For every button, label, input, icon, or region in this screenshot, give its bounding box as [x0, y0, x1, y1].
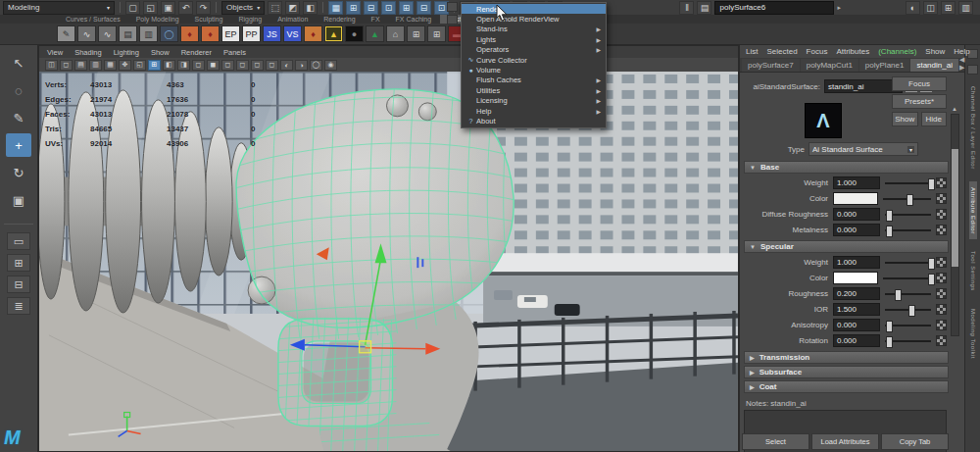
value-slider[interactable]: [885, 325, 931, 326]
section-header[interactable]: ▼ Specular: [744, 240, 949, 253]
ae-menu[interactable]: Help: [954, 47, 969, 56]
slider-handle[interactable]: [908, 305, 915, 317]
value-field[interactable]: 1.500: [833, 303, 880, 316]
open-scene-icon[interactable]: ◱: [143, 1, 158, 15]
vp-xray-icon[interactable]: ◻: [251, 60, 264, 71]
shelf-fire-1-icon[interactable]: ♦: [180, 25, 199, 42]
ae-menu[interactable]: Attributes: [836, 47, 869, 56]
vp-2d-pan-icon[interactable]: ✥: [119, 60, 131, 71]
viewport-menu[interactable]: Shading: [74, 48, 102, 57]
ae-footer-button[interactable]: Select: [742, 433, 809, 450]
arnold-menu-item[interactable]: ? About ▶: [462, 116, 606, 126]
field-next-icon[interactable]: ▸: [837, 4, 841, 12]
slider-handle[interactable]: [886, 336, 893, 348]
symmetry-icon[interactable]: ▦: [328, 1, 343, 15]
focus-button[interactable]: Focus: [892, 76, 947, 91]
shelf-box-icon[interactable]: ▥: [139, 25, 158, 42]
vp-ao-icon[interactable]: ◻: [221, 60, 234, 71]
value-field[interactable]: 0.000: [833, 334, 880, 347]
vp-image-plane-icon[interactable]: ▦: [104, 60, 117, 71]
map-texture-button[interactable]: [936, 209, 947, 220]
vp-wire-icon[interactable]: ⊞: [148, 60, 161, 71]
scroll-up-icon[interactable]: ▲: [952, 106, 957, 112]
select-object-icon[interactable]: ◩: [285, 1, 300, 15]
history-icon[interactable]: ▤: [697, 1, 711, 15]
value-field[interactable]: 1.000: [833, 256, 880, 269]
shelf-tab[interactable]: Animation: [270, 15, 315, 24]
arnold-menu-item[interactable]: Utilities ▶: [462, 85, 606, 95]
shelf-window-1-icon[interactable]: ⊞: [407, 25, 425, 42]
section-header[interactable]: ▶ Subsurface: [744, 366, 949, 378]
vp-textured-icon[interactable]: ◨: [177, 60, 190, 71]
layout-icon[interactable]: ▥: [958, 1, 973, 15]
pause-icon[interactable]: ‖: [679, 1, 694, 15]
snap-point-icon[interactable]: ⊞: [399, 1, 414, 15]
workspace-icon[interactable]: ⊞: [941, 1, 956, 15]
vp-shadows-icon[interactable]: ◼: [207, 60, 220, 71]
sidebar-toggle-2-icon[interactable]: [967, 65, 978, 75]
arnold-menu-item[interactable]: Licensing ▶: [462, 96, 606, 106]
presets-button[interactable]: Presets*: [892, 94, 947, 109]
vp-joints-icon[interactable]: ◻: [266, 60, 278, 71]
tab-scroll-arrows[interactable]: ◀ ▶: [959, 56, 967, 72]
value-slider[interactable]: [883, 277, 931, 279]
value-slider[interactable]: [885, 229, 931, 231]
value-field[interactable]: 0.000: [833, 319, 880, 331]
map-texture-button[interactable]: [936, 177, 947, 188]
shelf-tab[interactable]: Sculpting: [188, 15, 230, 24]
ae-tab[interactable]: polyMapCut1: [801, 59, 858, 72]
shelf-blue-2-icon[interactable]: VS: [283, 25, 302, 42]
shelf-smear-icon[interactable]: ♦: [304, 25, 322, 42]
shelf-ring-icon[interactable]: ◯: [160, 25, 178, 42]
value-field[interactable]: 0.000: [833, 208, 880, 221]
sidebar-vertical-tab[interactable]: Tool Settings: [969, 245, 977, 297]
slider-handle[interactable]: [886, 226, 893, 237]
shelf-label-2-icon[interactable]: PP: [242, 25, 261, 42]
center-handle[interactable]: [360, 341, 371, 353]
map-texture-button[interactable]: [936, 320, 947, 330]
arnold-menu-item[interactable]: Open Arnold RenderView ▶: [462, 14, 606, 24]
vp-bookmark-icon[interactable]: ▥: [89, 60, 102, 71]
scroll-thumb[interactable]: [952, 149, 958, 267]
select-hierarchy-icon[interactable]: ⬚: [268, 1, 282, 15]
redo-icon[interactable]: ↷: [196, 1, 211, 15]
ae-menu[interactable]: Selected: [766, 47, 797, 56]
slider-handle[interactable]: [928, 274, 935, 285]
arnold-menu-item[interactable]: Stand-ins ▶: [462, 25, 606, 34]
section-header[interactable]: ▶ Transmission: [744, 351, 949, 364]
section-header[interactable]: ▶ Coat: [744, 380, 949, 393]
ae-footer-button[interactable]: Copy Tab: [881, 433, 949, 450]
vp-shaded-icon[interactable]: ◧: [163, 60, 175, 71]
snap-curve-icon[interactable]: ⊡: [381, 1, 396, 15]
vp-lights-icon[interactable]: ◻: [192, 60, 205, 71]
slider-handle[interactable]: [906, 194, 913, 206]
lasso-select-tool[interactable]: ◌: [6, 78, 31, 102]
snap-grid-icon[interactable]: ⊟: [364, 1, 378, 15]
select-tool[interactable]: ↖: [6, 51, 31, 75]
quick-select-field[interactable]: polySurface6: [714, 1, 834, 15]
viewport-menu[interactable]: View: [47, 48, 63, 57]
value-slider[interactable]: [885, 293, 931, 295]
viewport-menu[interactable]: Panels: [223, 48, 246, 57]
shelf-black-icon[interactable]: ●: [345, 25, 364, 42]
move-tool[interactable]: +: [6, 133, 31, 157]
value-field[interactable]: 0.000: [833, 224, 880, 236]
value-slider[interactable]: [885, 182, 931, 184]
render-icon[interactable]: ◐: [906, 1, 920, 15]
shelf-curve-icon[interactable]: ∿: [77, 25, 96, 42]
ae-menu[interactable]: List: [746, 47, 758, 56]
shelf-arc-icon[interactable]: ∿: [98, 25, 117, 42]
ae-footer-button[interactable]: Load Attributes: [811, 433, 879, 450]
slider-handle[interactable]: [928, 178, 935, 190]
grid-icon[interactable]: ⊞: [346, 1, 361, 15]
value-slider[interactable]: [885, 309, 931, 311]
shelf-fire-2-icon[interactable]: ♦: [201, 25, 220, 42]
outliner-layout-button[interactable]: ≣: [7, 297, 30, 315]
shelf-label-1-icon[interactable]: EP: [221, 25, 240, 42]
arnold-menu-item[interactable]: ∿ Curve Collector ▶: [462, 55, 606, 65]
slider-handle[interactable]: [886, 210, 893, 222]
map-texture-button[interactable]: [936, 288, 947, 299]
shader-name-field[interactable]: standin_ai: [824, 79, 903, 93]
section-header[interactable]: ▼ Base: [744, 161, 949, 174]
new-scene-icon[interactable]: ▢: [125, 1, 140, 15]
